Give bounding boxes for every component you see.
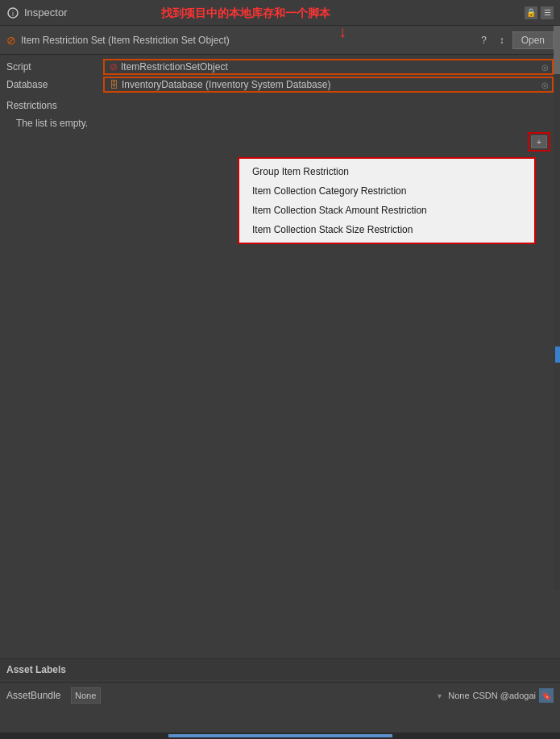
database-value-text: InventoryDatabase (Inventory System Data… xyxy=(122,79,330,90)
asset-bundle-select-wrapper: None xyxy=(71,687,445,704)
scrollbar[interactable] xyxy=(554,26,560,590)
script-field-row: Script ⊘ ItemRestrictionSetObject ◎ xyxy=(0,58,560,76)
asset-label-icon-btn[interactable]: 🔖 xyxy=(539,688,554,703)
sub-header-actions: ? ↕ Open xyxy=(477,31,554,49)
bottom-progress xyxy=(168,734,392,737)
restrictions-section-header: Restrictions xyxy=(0,97,560,114)
right-accent xyxy=(555,347,560,363)
menu-button[interactable]: ☰ xyxy=(541,6,554,19)
restriction-icon: ⊘ xyxy=(6,34,16,47)
database-db-icon: 🗄 xyxy=(110,80,118,89)
database-value: 🗄 InventoryDatabase (Inventory System Da… xyxy=(103,77,554,93)
bottom-bar xyxy=(0,733,560,739)
sub-header-title: Item Restriction Set (Item Restriction S… xyxy=(21,35,472,46)
add-restriction-button[interactable]: + xyxy=(531,135,547,148)
lock-button[interactable]: 🔒 xyxy=(525,6,537,19)
dropdown-item-0[interactable]: Group Item Restriction xyxy=(239,162,534,181)
script-value: ⊘ ItemRestrictionSetObject ◎ xyxy=(103,59,554,75)
asset-bundle-row: AssetBundle None None CSDN @adogai 🔖 xyxy=(0,684,560,707)
title-bar: i Inspector 🔒 ☰ xyxy=(0,0,560,26)
restrictions-label: Restrictions xyxy=(6,100,57,111)
svg-text:i: i xyxy=(12,10,14,18)
pin-button[interactable]: ↕ xyxy=(495,33,509,48)
open-button[interactable]: Open xyxy=(512,31,554,49)
csdn-watermark: CSDN @adogai xyxy=(473,691,536,700)
script-label: Script xyxy=(6,61,103,73)
separator xyxy=(0,682,560,683)
asset-bundle-label: AssetBundle xyxy=(6,690,71,701)
fields-area: Script ⊘ ItemRestrictionSetObject ◎ Data… xyxy=(0,55,560,97)
empty-list-text: The list is empty. xyxy=(0,114,560,132)
database-pick-btn[interactable]: ◎ xyxy=(539,79,550,90)
script-value-text: ItemRestrictionSetObject xyxy=(121,61,228,73)
dropdown-popup: Group Item Restriction Item Collection C… xyxy=(238,157,536,244)
script-no-icon: ⊘ xyxy=(110,61,118,73)
script-pick-btn[interactable]: ◎ xyxy=(539,61,550,73)
csdn-label: None xyxy=(448,691,469,700)
dropdown-item-1[interactable]: Item Collection Category Restriction xyxy=(239,181,534,201)
sub-header: ⊘ Item Restriction Set (Item Restriction… xyxy=(0,26,560,55)
dropdown-item-3[interactable]: Item Collection Stack Size Restriction xyxy=(239,220,534,239)
scrollbar-thumb[interactable] xyxy=(554,26,560,74)
database-label: Database xyxy=(6,79,103,90)
asset-bundle-right: None CSDN @adogai 🔖 xyxy=(448,688,554,703)
help-button[interactable]: ? xyxy=(477,33,492,48)
inspector-icon: i xyxy=(6,6,19,19)
database-field-row: Database 🗄 InventoryDatabase (Inventory … xyxy=(0,76,560,93)
add-btn-outline: + xyxy=(528,132,550,152)
asset-labels-section: Asset Labels AssetBundle None None CSDN … xyxy=(0,658,560,707)
title-bar-actions: 🔒 ☰ xyxy=(525,6,554,19)
add-area: + xyxy=(0,132,560,155)
title-text: Inspector xyxy=(24,6,525,19)
asset-labels-header: Asset Labels xyxy=(0,659,560,680)
asset-bundle-select[interactable]: None xyxy=(71,687,101,704)
dropdown-item-2[interactable]: Item Collection Stack Amount Restriction xyxy=(239,201,534,220)
